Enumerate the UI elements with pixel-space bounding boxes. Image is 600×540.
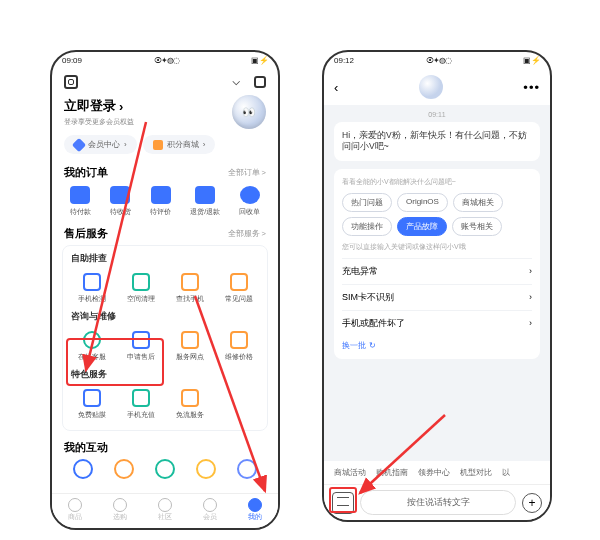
chip-function[interactable]: 功能操作 [342,217,392,236]
nav-community[interactable]: 社区 [158,498,172,522]
chip-originos[interactable]: OriginOS [397,193,448,212]
chat-body: 09:11 Hi，亲爱的V粉，新年快乐！有什么问题，不妨问问小V吧~ 看看全能的… [324,105,550,475]
chip-account[interactable]: 账号相关 [452,217,502,236]
order-recycle[interactable]: 回收单 [239,186,260,217]
status-time: 09:09 [62,56,82,65]
space-clean[interactable]: 空间清理 [116,269,165,308]
order-pending-receive[interactable]: 待收货 [110,186,131,217]
nav-shop[interactable]: 选购 [113,498,127,522]
chip-fault[interactable]: 产品故障 [397,217,447,236]
interact-row [52,459,278,479]
order-refund[interactable]: 退货/退款 [190,186,220,217]
interact-title: 我的互动 [52,437,278,459]
all-orders-link[interactable]: 全部订单 > [228,168,266,178]
chat-header: ‹ ••• [324,69,550,105]
diamond-icon [72,137,86,151]
phone-recharge[interactable]: 手机充值 [116,385,165,424]
interact-4[interactable] [196,459,216,479]
chip-row: 热门问题 OriginOS 商城相关 功能操作 产品故障 账号相关 [342,193,532,236]
login-title: 立即登录› [64,97,134,115]
quick-guide[interactable]: 购机指南 [376,467,408,478]
quick-more[interactable]: 以 [502,467,510,478]
status-time-r: 09:12 [334,56,354,65]
swap-batch[interactable]: 换一批↻ [342,340,532,351]
nav-home[interactable]: 商品 [68,498,82,522]
quick-compare[interactable]: 机型对比 [460,467,492,478]
refresh-icon: ↻ [369,341,376,350]
nav-mine[interactable]: 我的 [248,498,262,522]
phone-right: 09:12 ⦿✦◍◌ ▣ ⚡ ‹ ••• 09:11 Hi，亲爱的V粉，新年快乐… [322,50,552,522]
quick-links[interactable]: 商城活动 购机指南 领券中心 机型对比 以 [324,461,550,484]
aftersale-card: 自助排查 手机检测 空间清理 查找手机 常见问题 咨询与维修 在线客服 申请售后… [62,245,268,431]
plus-icon[interactable]: + [522,493,542,513]
online-service[interactable]: 在线客服 [67,327,116,366]
chevron-right-icon: › [529,292,532,302]
message-time: 09:11 [334,111,540,118]
special-title: 特色服务 [67,366,263,385]
status-bar-r: 09:12 ⦿✦◍◌ ▣ ⚡ [324,52,550,69]
apply-aftersale[interactable]: 申请售后 [116,327,165,366]
self-check-title: 自助排查 [67,250,263,269]
faq-sim[interactable]: SIM卡不识别› [342,284,532,310]
find-phone[interactable]: 查找手机 [165,269,214,308]
faq[interactable]: 常见问题 [214,269,263,308]
orders-header: 我的订单 全部订单 > [52,162,278,184]
greeting-bubble: Hi，亲爱的V粉，新年快乐！有什么问题，不妨问问小V吧~ [334,122,540,161]
settings-icon[interactable] [64,75,78,89]
free-film[interactable]: 免费贴膜 [67,385,116,424]
nav-member[interactable]: 会员 [203,498,217,522]
status-icons-left: ⦿✦◍◌ [154,56,179,65]
chevron-right-icon: › [119,99,123,114]
chip-mall[interactable]: 商城相关 [453,193,503,212]
interact-1[interactable] [73,459,93,479]
chevron-right-icon: › [529,318,532,328]
faq-hint: 您可以直接输入关键词或像这样问小V哦 [342,242,532,252]
avatar[interactable] [232,95,266,129]
input-bar: 按住说话转文字 + [324,484,550,520]
status-bar: 09:09 ⦿✦◍◌ ▣ ⚡ [52,52,278,69]
order-pending-pay[interactable]: 待付款 [70,186,91,217]
interact-2[interactable] [114,459,134,479]
more-icon[interactable]: ••• [523,80,540,95]
cart-icon[interactable] [232,75,246,89]
orders-row: 待付款 待收货 待评价 退货/退款 回收单 [52,184,278,223]
phone-left: 09:09 ⦿✦◍◌ ▣ ⚡ 立即登录› 登录享受更多会员权益 会员中心› 积分… [50,50,280,530]
chip-hot[interactable]: 热门问题 [342,193,392,212]
order-pending-review[interactable]: 待评价 [150,186,171,217]
bot-card: 看看全能的小V都能解决什么问题吧~ 热门问题 OriginOS 商城相关 功能操… [334,169,540,359]
keyboard-icon[interactable] [332,492,354,514]
bot-avatar[interactable] [419,75,443,99]
card-hint: 看看全能的小V都能解决什么问题吧~ [342,177,532,187]
bottom-nav: 商品 选购 社区 会员 我的 [52,493,278,528]
login-subtitle: 登录享受更多会员权益 [64,117,134,127]
chevron-right-icon: › [529,266,532,276]
interact-3[interactable] [155,459,175,479]
free-data[interactable]: 免流服务 [165,385,214,424]
repair-price[interactable]: 维修价格 [214,327,263,366]
all-services-link[interactable]: 全部服务 > [228,229,266,239]
message-icon[interactable] [254,76,266,88]
interact-5[interactable] [237,459,257,479]
voice-input[interactable]: 按住说话转文字 [360,490,516,515]
aftersale-header: 售后服务 全部服务 > [52,223,278,245]
quick-coupons[interactable]: 领券中心 [418,467,450,478]
service-points[interactable]: 服务网点 [165,327,214,366]
quick-mall-activity[interactable]: 商城活动 [334,467,366,478]
faq-broken[interactable]: 手机或配件坏了› [342,310,532,336]
phone-detect[interactable]: 手机检测 [67,269,116,308]
consult-title: 咨询与维修 [67,308,263,327]
bag-icon [153,140,163,150]
faq-charging[interactable]: 充电异常› [342,258,532,284]
top-bar [52,69,278,91]
pill-row: 会员中心› 积分商城› [52,135,278,162]
member-center-pill[interactable]: 会员中心› [64,135,137,154]
login-row[interactable]: 立即登录› 登录享受更多会员权益 [52,91,278,135]
points-mall-pill[interactable]: 积分商城› [143,135,216,154]
status-icons-right: ▣ ⚡ [251,56,268,65]
back-button[interactable]: ‹ [334,80,338,95]
